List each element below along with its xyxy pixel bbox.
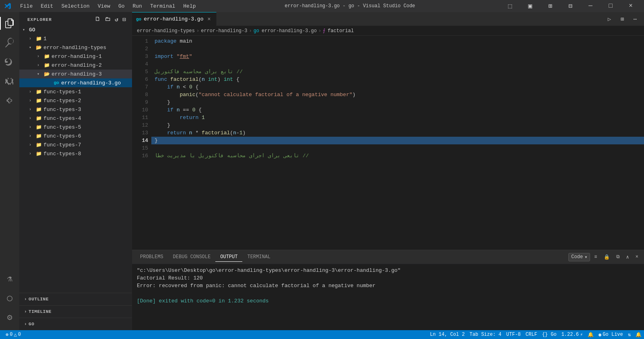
layout-icon-2[interactable]: ▣ — [521, 0, 539, 12]
menu-edit[interactable]: Edit — [37, 2, 56, 10]
status-language[interactable]: {} Go — [540, 330, 559, 339]
breadcrumb-symbol[interactable]: factorial — [328, 28, 354, 34]
run-icon[interactable]: ▷ — [604, 13, 615, 25]
menu-go[interactable]: Go — [115, 2, 128, 10]
menu-file[interactable]: File — [17, 2, 36, 10]
breadcrumb-file[interactable]: error-handling-3.go — [262, 28, 317, 34]
lock-icon[interactable]: 🔒 — [601, 253, 612, 261]
refresh-icon[interactable]: ↺ — [114, 15, 119, 24]
code-line-9: } — [151, 99, 644, 106]
tab-problems[interactable]: PROBLEMS — [135, 253, 168, 262]
sidebar-item-func-types-1[interactable]: › 📁 func-types-1 — [19, 87, 132, 96]
activity-bar-bottom: ⚗ ◯ ⚙ — [0, 269, 19, 330]
activity-scm-icon[interactable] — [0, 52, 19, 72]
terminal-line-blank — [137, 290, 639, 297]
tree-label-func-types-2: func-types-2 — [43, 98, 132, 104]
chevron-up-icon[interactable]: ∧ — [624, 253, 632, 261]
editor-area: go error-handling-3.go × ▷ ⊞ ⋯ error-han… — [132, 12, 644, 330]
close-panel-icon[interactable]: × — [633, 253, 641, 261]
folder-icon: 📁 — [35, 133, 42, 139]
sidebar-item-func-types-7[interactable]: › 📁 func-types-7 — [19, 140, 132, 149]
tree-label-error-handling-2: error-handling-2 — [52, 62, 132, 68]
activity-explorer-icon[interactable] — [0, 14, 19, 33]
status-bell[interactable]: 🔔 — [633, 330, 644, 339]
breadcrumb-error-handling-types[interactable]: error-handling-types — [137, 28, 195, 34]
chevron-right-icon: › — [29, 116, 35, 121]
timeline-header[interactable]: › TIMELINE — [19, 307, 132, 316]
chevron-right-icon: › — [24, 322, 27, 327]
menu-help[interactable]: Help — [180, 2, 199, 10]
maximize-button[interactable]: □ — [601, 0, 620, 12]
status-cursor[interactable]: Ln 14, Col 2 — [427, 330, 467, 339]
chevron-right-icon: › — [29, 134, 35, 138]
status-go-live[interactable]: ◉ Go Live — [596, 330, 625, 339]
new-folder-icon[interactable]: 🗀 — [104, 15, 111, 24]
activity-settings-icon[interactable]: ⚙ — [0, 308, 19, 327]
status-remote[interactable]: ⇅ — [625, 330, 633, 339]
sidebar-item-func-types-8[interactable]: › 📁 func-types-8 — [19, 149, 132, 158]
tree-label-func-types-5: func-types-5 — [43, 124, 132, 130]
tab-output[interactable]: OUTPUT — [215, 253, 242, 262]
sidebar-item-error-handling-3[interactable]: ▾ 📂 error-handling-3 — [19, 70, 132, 78]
chevron-right-icon: › — [24, 309, 27, 314]
sidebar-item-1[interactable]: › 📁 1 — [19, 34, 132, 43]
sidebar-item-func-types-6[interactable]: › 📁 func-types-6 — [19, 131, 132, 140]
close-button[interactable]: × — [621, 0, 640, 12]
sidebar-item-error-handling-types[interactable]: ▾ 📂 error-handling-types — [19, 43, 132, 52]
code-line-8: panic("cannot calculate factorial of a n… — [151, 91, 644, 99]
list-view-icon[interactable]: ≡ — [592, 253, 599, 261]
sidebar-item-error-handling-3-go[interactable]: go error-handling-3.go — [19, 78, 132, 87]
collapse-all-icon[interactable]: ⊟ — [122, 15, 127, 24]
split-editor-icon[interactable]: ⊞ — [617, 13, 628, 25]
tab-close-button[interactable]: × — [206, 16, 212, 23]
status-encoding[interactable]: UTF-8 — [504, 330, 523, 339]
sidebar-header-icons: 🗋 🗀 ↺ ⊟ — [94, 15, 127, 24]
code-area[interactable]: 1 2 3 4 5 6 7 8 9 10 11 12 13 14 15 16 — [132, 36, 644, 250]
go-header[interactable]: › GO — [19, 320, 132, 329]
tab-error-handling-3-go[interactable]: go error-handling-3.go × — [132, 12, 217, 26]
folder-icon: 📁 — [35, 150, 42, 157]
menu-selection[interactable]: Selection — [58, 2, 93, 10]
code-line-14: } — [151, 137, 644, 144]
open-external-icon[interactable]: ⧉ — [614, 253, 622, 261]
menu-run[interactable]: Run — [129, 2, 145, 10]
output-dropdown[interactable]: Code ▾ — [568, 253, 590, 261]
more-actions-icon[interactable]: ⋯ — [630, 13, 641, 25]
tree-label-func-types-6: func-types-6 — [43, 133, 132, 139]
sidebar-item-func-types-4[interactable]: › 📁 func-types-4 — [19, 114, 132, 123]
menu-view[interactable]: View — [95, 2, 114, 10]
activity-test-icon[interactable]: ⚗ — [0, 269, 19, 288]
status-tab-size[interactable]: Tab Size: 4 — [467, 330, 504, 339]
sidebar-item-func-types-3[interactable]: › 📁 func-types-3 — [19, 105, 132, 114]
status-errors[interactable]: ⊗ 0 △ 0 — [3, 330, 23, 339]
status-eol[interactable]: CRLF — [523, 330, 540, 339]
code-line-11: return 1 — [151, 114, 644, 121]
folder-icon: 📁 — [35, 142, 42, 148]
status-bar-left: ⊗ 0 △ 0 — [0, 330, 27, 339]
activity-account-icon[interactable]: ◯ — [0, 288, 19, 308]
go-version-label: 1.22.6 — [561, 332, 579, 337]
minimize-button[interactable]: ─ — [581, 0, 600, 12]
title-bar: File Edit Selection View Go Run Terminal… — [0, 0, 644, 12]
sidebar-item-error-handling-1[interactable]: › 📁 error-handling-1 — [19, 52, 132, 61]
tree-label-func-types-7: func-types-7 — [43, 142, 132, 148]
activity-debug-icon[interactable] — [0, 72, 19, 91]
status-go-version[interactable]: 1.22.6 ⚡ — [559, 330, 585, 339]
layout-icon-4[interactable]: ⊟ — [561, 0, 580, 12]
new-file-icon[interactable]: 🗋 — [94, 15, 101, 24]
sidebar-item-error-handling-2[interactable]: › 📁 error-handling-2 — [19, 61, 132, 70]
activity-search-icon[interactable] — [0, 33, 19, 52]
tab-debug-console[interactable]: DEBUG CONSOLE — [168, 253, 216, 262]
activity-extensions-icon[interactable] — [0, 91, 19, 110]
layout-icon-1[interactable]: ⬚ — [501, 0, 519, 12]
sidebar-item-func-types-2[interactable]: › 📁 func-types-2 — [19, 96, 132, 105]
tab-terminal[interactable]: TERMINAL — [242, 253, 275, 262]
tree-root-go[interactable]: ▾ GO — [19, 25, 132, 34]
status-notifications[interactable]: 🔔 — [585, 330, 596, 339]
breadcrumb-error-handling-3[interactable]: error-handling-3 — [201, 28, 247, 34]
chevron-down-icon: ▾ — [584, 254, 587, 260]
menu-terminal[interactable]: Terminal — [147, 2, 178, 10]
sidebar-item-func-types-5[interactable]: › 📁 func-types-5 — [19, 123, 132, 131]
layout-icon-3[interactable]: ⊞ — [541, 0, 559, 12]
outline-header[interactable]: › OUTLINE — [19, 295, 132, 304]
